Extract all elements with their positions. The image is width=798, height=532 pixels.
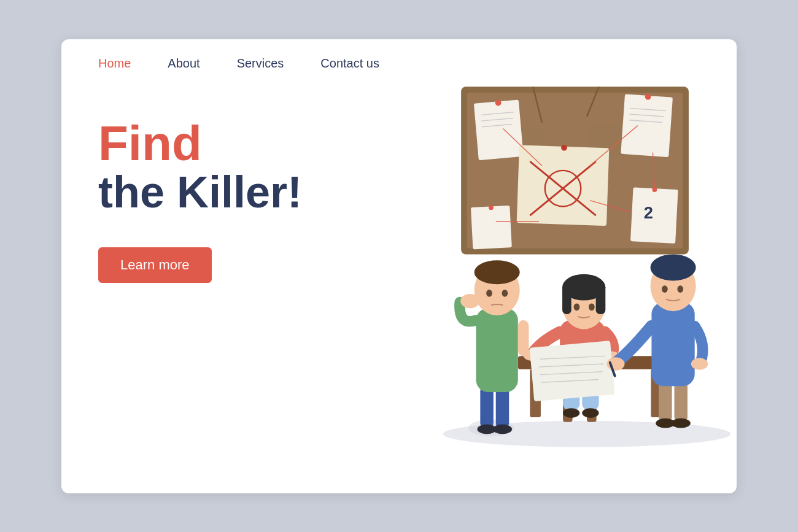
svg-point-44 [460, 293, 479, 307]
svg-point-76 [677, 285, 683, 293]
svg-point-41 [475, 260, 520, 284]
main-card: Home About Services Contact us Find the … [61, 39, 737, 493]
svg-rect-34 [480, 386, 493, 428]
svg-point-64 [574, 303, 580, 310]
svg-point-37 [493, 424, 512, 434]
svg-point-69 [672, 418, 691, 428]
svg-rect-35 [496, 386, 509, 428]
nav-about[interactable]: About [168, 56, 200, 71]
svg-point-14 [645, 93, 651, 99]
hero-illustration: 2 [365, 39, 737, 493]
svg-point-51 [563, 408, 579, 418]
learn-more-button[interactable]: Learn more [98, 247, 212, 283]
svg-rect-20 [471, 205, 512, 249]
hero-title-sub: the Killer! [98, 168, 365, 217]
svg-rect-38 [476, 308, 518, 392]
nav-home[interactable]: Home [98, 56, 131, 71]
svg-rect-22 [630, 187, 678, 244]
svg-point-52 [582, 408, 598, 418]
hero-left: Find the Killer! Learn more [61, 39, 365, 493]
svg-point-72 [691, 358, 708, 370]
svg-text:2: 2 [644, 202, 653, 222]
hero-section: Find the Killer! Learn more [61, 39, 737, 493]
nav-contact[interactable]: Contact us [320, 56, 379, 71]
svg-rect-63 [596, 283, 606, 314]
svg-point-43 [502, 290, 508, 297]
svg-point-42 [486, 290, 492, 297]
svg-point-21 [489, 205, 494, 210]
navbar: Home About Services Contact us [61, 39, 737, 88]
svg-point-9 [495, 99, 502, 106]
svg-rect-66 [659, 380, 672, 422]
svg-rect-67 [675, 380, 688, 422]
svg-point-74 [650, 254, 695, 280]
svg-point-19 [561, 144, 567, 150]
nav-services[interactable]: Services [237, 56, 284, 71]
svg-point-75 [662, 285, 668, 293]
svg-rect-10 [621, 94, 673, 157]
scene-svg: 2 [365, 39, 737, 493]
hero-title-find: Find [98, 119, 365, 168]
svg-rect-55 [530, 341, 615, 401]
svg-rect-5 [474, 99, 524, 160]
svg-point-65 [589, 303, 595, 310]
svg-rect-70 [651, 302, 694, 386]
svg-rect-62 [562, 284, 571, 314]
